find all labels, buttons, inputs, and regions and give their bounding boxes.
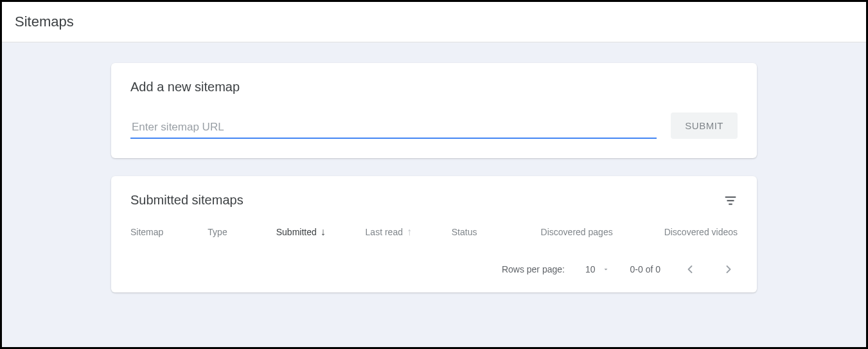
rows-per-page-select[interactable]: 10 xyxy=(585,264,610,274)
dropdown-icon xyxy=(602,265,610,273)
col-discovered-pages[interactable]: Discovered pages xyxy=(541,227,613,237)
chevron-left-icon xyxy=(684,263,696,276)
add-sitemap-card: Add a new sitemap SUBMIT xyxy=(111,63,757,158)
page-title: Sitemaps xyxy=(15,13,853,30)
filter-icon xyxy=(723,193,738,208)
rows-per-page-value: 10 xyxy=(585,264,596,274)
col-discovered-videos[interactable]: Discovered videos xyxy=(613,227,738,237)
app-frame: Sitemaps Add a new sitemap SUBMIT Submit… xyxy=(0,0,868,349)
sitemap-url-input[interactable] xyxy=(130,118,657,139)
col-submitted[interactable]: Submitted ↓ xyxy=(276,227,366,237)
pagination-bar: Rows per page: 10 0-0 of 0 xyxy=(111,249,757,292)
chevron-right-icon xyxy=(722,263,735,276)
arrow-down-icon: ↓ xyxy=(321,227,326,237)
col-type[interactable]: Type xyxy=(208,227,276,237)
filter-button[interactable] xyxy=(723,193,738,208)
prev-page-button[interactable] xyxy=(681,260,699,278)
page-header: Sitemaps xyxy=(2,2,866,42)
svg-rect-0 xyxy=(725,196,736,197)
content-area: Add a new sitemap SUBMIT Submitted sitem… xyxy=(2,42,866,292)
col-last-read[interactable]: Last read ↑ xyxy=(366,227,452,237)
submit-button[interactable]: SUBMIT xyxy=(671,112,738,139)
col-sitemap[interactable]: Sitemap xyxy=(130,227,208,237)
submitted-sitemaps-title: Submitted sitemaps xyxy=(130,193,244,208)
next-page-button[interactable] xyxy=(720,260,738,278)
arrow-up-icon: ↑ xyxy=(407,227,412,237)
svg-rect-1 xyxy=(727,200,734,201)
range-text: 0-0 of 0 xyxy=(630,264,660,274)
add-sitemap-title: Add a new sitemap xyxy=(130,80,738,94)
col-status[interactable]: Status xyxy=(452,227,541,237)
table-header-row: Sitemap Type Submitted ↓ Last read ↑ Sta… xyxy=(111,214,757,249)
rows-per-page-label: Rows per page: xyxy=(502,264,565,274)
svg-rect-2 xyxy=(729,203,732,204)
submitted-sitemaps-card: Submitted sitemaps Sitemap Type Submitte… xyxy=(111,176,757,292)
